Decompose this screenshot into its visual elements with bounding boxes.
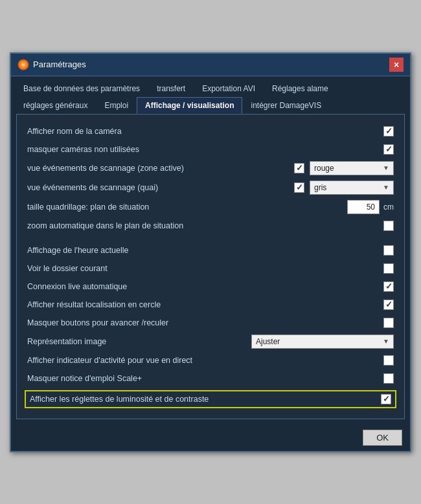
label-vue-scan-quai: vue événements de scannage (quai) (27, 183, 294, 192)
row-afficher-cercle: Afficher résultat localisation en cercle (27, 296, 394, 314)
label-masquer-cameras: masquer caméras non utilisées (27, 145, 383, 154)
tab-damage[interactable]: intégrer DamageVIS (242, 97, 330, 114)
tab-emploi[interactable]: Emploi (96, 97, 137, 114)
checkbox-masquer-notice[interactable] (383, 373, 394, 384)
row-masquer-notice: Masquer notice d'emploi Scale+ (27, 369, 394, 388)
row-indicateur-activite: Afficher indicateur d'activité pour vue … (27, 351, 394, 369)
label-connexion-live: Connexion live automatique (27, 282, 383, 291)
row-heure-actuelle: Affichage de l'heure actuelle (27, 241, 394, 259)
tab-row-2: réglages généraux Emploi Affichage / vis… (11, 97, 410, 114)
tab-alarm[interactable]: Réglages alame (264, 80, 337, 97)
label-zoom-auto: zoom automatique dans le plan de situati… (27, 221, 383, 230)
tab-row-1: Base de données des paramètres transfert… (11, 76, 410, 97)
app-icon (17, 59, 29, 71)
chevron-down-icon: ▼ (383, 164, 389, 171)
window-footer: OK (11, 424, 410, 451)
tab-container: Base de données des paramètres transfert… (11, 76, 410, 114)
checkbox-heure-actuelle[interactable] (383, 245, 394, 256)
row-masquer-boutons: Masquer boutons pour avancer /reculer (27, 314, 394, 332)
label-masquer-boutons: Masquer boutons pour avancer /reculer (27, 318, 383, 327)
chevron-down-icon-3: ▼ (383, 338, 389, 345)
row-vue-scan-quai: vue événements de scannage (quai) gris ▼ (27, 178, 394, 197)
dropdown-representation-value: Ajuster (256, 337, 280, 346)
tab-general[interactable]: réglages généraux (15, 97, 96, 114)
unit-cm: cm (383, 203, 394, 212)
row-vue-scan-zone: vue événements de scannage (zone active)… (27, 159, 394, 178)
title-bar-left: Paramétrages (17, 59, 86, 71)
checkbox-afficher-cercle[interactable] (383, 300, 394, 310)
row-reglettes: Afficher les réglettes de luminosité et … (25, 390, 396, 408)
label-indicateur-activite: Afficher indicateur d'activité pour vue … (27, 356, 383, 365)
label-taille-quadrillage: taille quadrillage: plan de situation (27, 203, 342, 212)
tab-db[interactable]: Base de données des paramètres (15, 80, 148, 97)
input-taille-quadrillage[interactable] (347, 200, 380, 214)
chevron-down-icon-2: ▼ (383, 184, 389, 191)
row-dossier-courant: Voir le dossier courant (27, 259, 394, 278)
row-connexion-live: Connexion live automatique (27, 278, 394, 296)
label-nom-camera: Afficher nom de la caméra (27, 127, 383, 136)
checkbox-dossier-courant[interactable] (383, 263, 394, 274)
spacer-1 (27, 235, 394, 241)
checkbox-zoom-auto[interactable] (383, 221, 394, 231)
dropdown-vue-scan-zone-value: rouge (314, 164, 334, 173)
tab-affichage[interactable]: Affichage / visualisation (137, 97, 242, 114)
checkbox-masquer-cameras[interactable] (383, 144, 394, 155)
label-reglettes: Afficher les réglettes de luminosité et … (30, 395, 381, 404)
content-area: Afficher nom de la caméra masquer caméra… (16, 114, 405, 419)
row-masquer-cameras: masquer caméras non utilisées (27, 140, 394, 159)
row-representation: Représentation image Ajuster ▼ (27, 332, 394, 351)
label-vue-scan-zone: vue événements de scannage (zone active) (27, 164, 294, 173)
checkbox-nom-camera[interactable] (383, 126, 394, 137)
main-window: Paramétrages × Base de données des param… (10, 52, 411, 452)
checkbox-masquer-boutons[interactable] (383, 318, 394, 328)
dropdown-vue-scan-zone[interactable]: rouge ▼ (310, 161, 394, 175)
label-masquer-notice: Masquer notice d'emploi Scale+ (27, 374, 383, 383)
label-dossier-courant: Voir le dossier courant (27, 264, 383, 273)
checkbox-connexion-live[interactable] (383, 281, 394, 292)
checkbox-indicateur-activite[interactable] (383, 355, 394, 366)
window-title: Paramétrages (33, 60, 86, 69)
label-afficher-cercle: Afficher résultat localisation en cercle (27, 300, 383, 309)
svg-point-2 (22, 63, 25, 66)
close-button[interactable]: × (389, 58, 404, 72)
row-taille-quadrillage: taille quadrillage: plan de situation cm (27, 197, 394, 217)
dropdown-vue-scan-quai[interactable]: gris ▼ (310, 181, 394, 195)
checkbox-vue-scan-quai[interactable] (294, 182, 304, 193)
row-zoom-auto: zoom automatique dans le plan de situati… (27, 217, 394, 235)
dropdown-vue-scan-quai-value: gris (314, 183, 326, 192)
checkbox-vue-scan-zone[interactable] (294, 163, 304, 173)
label-heure-actuelle: Affichage de l'heure actuelle (27, 246, 383, 255)
tab-transfer[interactable]: transfert (148, 80, 194, 97)
row-nom-camera: Afficher nom de la caméra (27, 122, 394, 140)
checkbox-reglettes[interactable] (381, 394, 391, 404)
dropdown-representation[interactable]: Ajuster ▼ (251, 334, 394, 349)
title-bar: Paramétrages × (11, 54, 410, 76)
tab-avi[interactable]: Exportation AVI (194, 80, 264, 97)
label-representation: Représentation image (27, 337, 246, 346)
ok-button[interactable]: OK (363, 430, 402, 446)
